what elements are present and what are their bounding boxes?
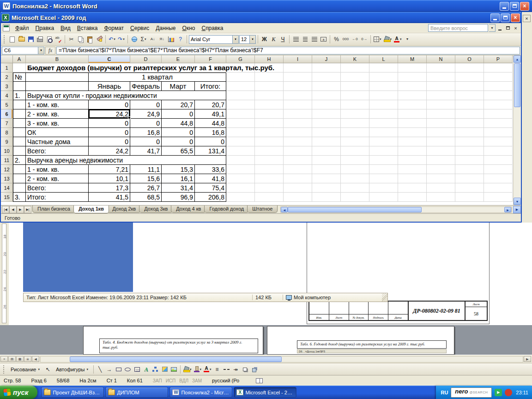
sheet-tab-6[interactable]: Годовой доход [204, 206, 249, 213]
word-minimize-button[interactable] [500, 2, 509, 11]
workbook-close-button[interactable]: × [512, 25, 519, 31]
cell-B8[interactable]: ОК [26, 128, 89, 137]
cell-L3[interactable] [369, 82, 398, 91]
cell-A11[interactable]: 2. [13, 156, 26, 165]
cell-N13[interactable] [427, 174, 455, 183]
line-style-icon[interactable]: ≡ [213, 365, 222, 374]
align-center-button[interactable] [301, 35, 309, 44]
sort-descending-icon[interactable]: Я↓ [157, 35, 166, 44]
cell-G3[interactable] [226, 82, 255, 91]
cell-A5[interactable] [13, 100, 26, 109]
word-scroll-right-icon[interactable]: ▶ [524, 356, 531, 362]
scroll-right-icon[interactable]: ▶ [504, 207, 511, 212]
sheet-tab-3[interactable]: Доход 2кв [107, 206, 141, 213]
cell-G2[interactable] [226, 73, 255, 82]
cell-M4[interactable] [398, 91, 427, 100]
cell-L4[interactable] [369, 91, 398, 100]
chart-wizard-icon[interactable] [167, 35, 175, 44]
cell-J15[interactable] [312, 193, 341, 202]
line-color-icon[interactable]: ▾ [193, 365, 203, 374]
cell-H9[interactable] [255, 137, 284, 146]
cell-I7[interactable] [284, 119, 312, 128]
cell-P2[interactable] [484, 73, 513, 82]
cell-P12[interactable] [484, 165, 513, 174]
format-painter-icon[interactable] [95, 35, 103, 44]
web-layout-view-icon[interactable]: ▤ [8, 356, 16, 362]
cell-J12[interactable] [312, 165, 341, 174]
cell-F12[interactable]: 33,6 [195, 165, 226, 174]
workbook-restore-button[interactable] [504, 25, 511, 31]
cell-K1[interactable] [341, 63, 369, 73]
cell-F13[interactable]: 41,8 [195, 174, 226, 183]
dash-style-icon[interactable] [222, 365, 231, 374]
vertical-scrollbar[interactable]: ▲ ▼ [513, 55, 521, 205]
cell-F7[interactable]: 44,8 [195, 119, 226, 128]
cell-F3[interactable]: Итого: [195, 82, 226, 91]
menu-item-7[interactable]: Данные [152, 24, 179, 32]
cell-M9[interactable] [398, 137, 427, 146]
cell-H13[interactable] [255, 174, 284, 183]
cell-F6[interactable]: 49,1 [195, 109, 226, 119]
row-header-8[interactable]: 8 [1, 128, 13, 137]
cell-A8[interactable] [13, 128, 26, 137]
cell-H7[interactable] [255, 119, 284, 128]
cell-M7[interactable] [398, 119, 427, 128]
cell-E15[interactable]: 96,9 [162, 193, 195, 202]
cell-K3[interactable] [341, 82, 369, 91]
taskbar-window-1[interactable]: Проект ДЫШИ-Взгл... [41, 387, 104, 398]
cell-B13[interactable]: 2 - ком. кв. [26, 174, 89, 183]
cell-H2[interactable] [255, 73, 284, 82]
cell-E8[interactable]: 0 [162, 128, 195, 137]
row-header-10[interactable]: 10 [1, 146, 13, 156]
font-name-combo[interactable]: Arial Cyr▾ [189, 35, 239, 44]
cell-H6[interactable] [255, 109, 284, 119]
cell-P3[interactable] [484, 82, 513, 91]
font-size-combo-dropdown-icon[interactable]: ▾ [249, 36, 255, 43]
sheet-tab-1[interactable]: План бизнеса [32, 206, 75, 213]
cell-M3[interactable] [398, 82, 427, 91]
word-hscrollbar-thumb[interactable] [70, 357, 282, 362]
select-all-corner[interactable] [1, 55, 13, 63]
row-header-7[interactable]: 7 [1, 119, 13, 128]
cell-I6[interactable] [284, 109, 312, 119]
cell-N12[interactable] [427, 165, 455, 174]
cell-N2[interactable] [427, 73, 455, 82]
draw-menu-button[interactable]: Рисование▾ [7, 365, 43, 374]
cell-L10[interactable] [369, 146, 398, 156]
percent-style-button[interactable]: % [332, 35, 341, 44]
cell-I13[interactable] [284, 174, 312, 183]
language-indicator[interactable]: RU [441, 390, 448, 395]
cell-C15[interactable]: 41,5 [89, 193, 130, 202]
font-color-button[interactable]: ▾ [393, 35, 403, 44]
menu-item-6[interactable]: Сервис [127, 24, 152, 32]
cell-N7[interactable] [427, 119, 455, 128]
cell-A1[interactable] [13, 63, 26, 73]
cell-I4[interactable] [284, 91, 312, 100]
taskbar-window-4[interactable]: Microsoft Excel - 200... [234, 387, 296, 398]
workbook-icon[interactable] [3, 24, 10, 31]
cell-J11[interactable] [312, 156, 341, 165]
cell-L8[interactable] [369, 128, 398, 137]
cell-I14[interactable] [284, 183, 312, 193]
cell-D15[interactable]: 68,5 [130, 193, 162, 202]
cell-A9[interactable] [13, 137, 26, 146]
toolbar-grip[interactable] [4, 35, 6, 43]
cell-D13[interactable]: 15,6 [130, 174, 162, 183]
cell-H4[interactable] [255, 91, 284, 100]
cell-G14[interactable] [226, 183, 255, 193]
column-header-C[interactable]: C [89, 55, 130, 63]
cell-K10[interactable] [341, 146, 369, 156]
cell-J9[interactable] [312, 137, 341, 146]
autoshapes-menu-button[interactable]: Автофигуры▾ [53, 365, 91, 374]
scroll-down-icon[interactable]: ▼ [514, 198, 521, 205]
cell-O8[interactable] [455, 128, 484, 137]
cell-E9[interactable]: 0 [162, 137, 195, 146]
cell-A6[interactable] [13, 109, 26, 119]
ask-question-box[interactable]: Введите вопрос [428, 24, 488, 32]
rectangle-icon[interactable] [114, 365, 123, 374]
cell-D3[interactable]: Февраль [130, 82, 162, 91]
menu-item-5[interactable]: Формат [101, 24, 127, 32]
column-header-I[interactable]: I [284, 55, 312, 63]
cell-J7[interactable] [312, 119, 341, 128]
cell-C2[interactable]: 1 квартал [89, 73, 226, 82]
